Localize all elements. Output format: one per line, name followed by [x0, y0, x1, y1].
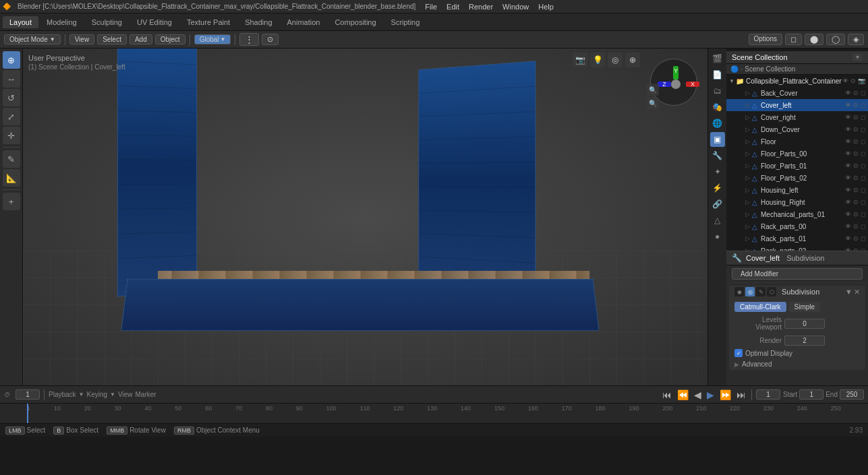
- cam-icon[interactable]: ⊙: [853, 187, 859, 193]
- modifier-props-icon[interactable]: 🔧: [710, 148, 725, 163]
- menu-render[interactable]: Render: [465, 2, 497, 11]
- render-icon-0[interactable]: 📷: [858, 77, 865, 84]
- sel-icon[interactable]: ◻: [861, 175, 865, 181]
- transform-tool[interactable]: ✛: [3, 127, 20, 144]
- outliner-filter-btn[interactable]: ▼: [852, 53, 863, 61]
- frame-bar[interactable]: 1 10 20 30 40 50 60 70 80 90 100 110 120…: [0, 403, 868, 423]
- outliner-item-back-cover[interactable]: ▷ △ Back_Cover 👁 ⊙ ◻: [726, 87, 868, 99]
- modifier-edit-icon[interactable]: ✎: [756, 287, 765, 296]
- next-keyframe-btn[interactable]: ⏩: [718, 389, 732, 400]
- cursor-tool[interactable]: ⊕: [3, 51, 20, 69]
- modifier-close-icon[interactable]: ✕: [854, 288, 860, 296]
- tab-animation[interactable]: Animation: [281, 16, 327, 28]
- snap-btn[interactable]: ⋮: [239, 33, 259, 46]
- eye-icon[interactable]: 👁: [845, 235, 851, 242]
- advanced-row[interactable]: ▶ Advanced: [729, 358, 865, 370]
- modifier-render-icon[interactable]: ◎: [745, 287, 755, 296]
- viewport-display-icon[interactable]: ◎: [608, 53, 623, 67]
- cam-icon[interactable]: ⊙: [853, 90, 859, 96]
- render-value[interactable]: 2: [784, 336, 825, 346]
- select-btn[interactable]: Select: [97, 34, 127, 44]
- rotate-tool[interactable]: ↺: [3, 89, 20, 106]
- eye-icon-0[interactable]: 👁: [842, 77, 848, 84]
- object-btn[interactable]: Object: [155, 34, 185, 44]
- viewport-camera-icon[interactable]: 📷: [573, 53, 587, 67]
- viewport-shading-rendered[interactable]: ◈: [848, 34, 864, 45]
- levels-viewport-value[interactable]: 0: [784, 319, 825, 329]
- view-layer-icon[interactable]: 🗂: [710, 84, 725, 98]
- eye-icon[interactable]: 👁: [845, 150, 851, 157]
- cam-icon[interactable]: ⊙: [853, 223, 859, 230]
- cam-icon[interactable]: ⊙: [853, 211, 859, 218]
- menu-help[interactable]: Help: [534, 2, 558, 11]
- sel-icon[interactable]: ◻: [861, 114, 865, 121]
- add-btn[interactable]: Add: [129, 34, 152, 44]
- tab-layout[interactable]: Layout: [3, 16, 38, 28]
- add-modifier-button[interactable]: Add Modifier: [732, 268, 863, 280]
- select-icon-0[interactable]: ⊙: [850, 77, 856, 84]
- zoom-in-icon[interactable]: 🔍: [647, 84, 659, 96]
- world-props-icon[interactable]: 🌐: [710, 116, 725, 131]
- data-props-icon[interactable]: △: [710, 213, 725, 228]
- sel-icon[interactable]: ◻: [861, 211, 865, 218]
- outliner-item-housing-left[interactable]: ▷ △ Housing_left 👁 ⊙ ◻: [726, 184, 868, 196]
- outliner-item-rack-parts-00[interactable]: ▷ △ Rack_parts_00 👁 ⊙ ◻: [726, 220, 868, 232]
- jump-start-btn[interactable]: ⏮: [661, 389, 673, 400]
- outliner-item-floor[interactable]: ▷ △ Floor 👁 ⊙ ◻: [726, 135, 868, 148]
- viewport-shading-material[interactable]: ◯: [826, 34, 845, 45]
- play-btn[interactable]: ▶: [705, 389, 716, 400]
- scene-props-icon[interactable]: 🎭: [710, 100, 725, 115]
- outliner-item-rack-parts-02[interactable]: ▷ △ Rack_parts_02 👁 ⊙ ◻: [726, 245, 868, 251]
- eye-icon[interactable]: 👁: [845, 187, 851, 193]
- viewport-shading-wire[interactable]: ◻: [785, 34, 802, 45]
- measure-tool[interactable]: 📐: [3, 169, 20, 187]
- play-reverse-btn[interactable]: ◀: [693, 389, 703, 400]
- eye-icon[interactable]: 👁: [845, 138, 851, 145]
- catmull-clark-button[interactable]: Catmull-Clark: [734, 302, 786, 312]
- viewport-shading-solid[interactable]: ⬤: [805, 34, 823, 45]
- gizmo-z-axis[interactable]: Z: [658, 82, 671, 87]
- current-frame-field[interactable]: 1: [16, 389, 40, 400]
- gizmo-y-axis[interactable]: Y: [673, 66, 678, 80]
- outliner-item-floor-parts-01[interactable]: ▷ △ Floor_Parts_01 👁 ⊙ ◻: [726, 160, 868, 172]
- end-frame-field[interactable]: 250: [840, 389, 864, 400]
- prev-keyframe-btn[interactable]: ⏪: [676, 389, 690, 400]
- outliner-item-cover-left[interactable]: ▷ △ Cover_left 👁 ⊙ ◻: [726, 99, 868, 111]
- cam-icon[interactable]: ⊙: [853, 114, 859, 121]
- outliner-item-rack-parts-01[interactable]: ▷ △ Rack_parts_01 👁 ⊙ ◻: [726, 232, 868, 245]
- tab-compositing[interactable]: Compositing: [328, 16, 382, 28]
- outliner-item-down-cover[interactable]: ▷ △ Down_Cover 👁 ⊙ ◻: [726, 123, 868, 135]
- eye-icon[interactable]: 👁: [845, 126, 851, 133]
- viewport-light-icon[interactable]: 💡: [590, 53, 605, 67]
- modifier-cage-icon[interactable]: ⬡: [767, 287, 776, 296]
- outliner-item-housing-right[interactable]: ▷ △ Housing_Right 👁 ⊙ ◻: [726, 196, 868, 208]
- move-tool[interactable]: ↔: [3, 70, 20, 88]
- sel-icon[interactable]: ◻: [861, 235, 865, 242]
- sel-icon[interactable]: ◻: [861, 126, 865, 133]
- sel-icon[interactable]: ◻: [861, 199, 865, 205]
- eye-icon[interactable]: 👁: [845, 223, 851, 230]
- constraints-props-icon[interactable]: 🔗: [710, 197, 725, 212]
- tab-uv-editing[interactable]: UV Editing: [130, 16, 179, 28]
- outliner-item-floor-parts-02[interactable]: ▷ △ Floor_Parts_02 👁 ⊙ ◻: [726, 172, 868, 184]
- cam-icon[interactable]: ⊙: [853, 102, 859, 108]
- object-props-icon[interactable]: ▣: [710, 132, 725, 147]
- eye-icon[interactable]: 👁: [845, 102, 851, 108]
- object-mode-btn[interactable]: Object Mode ▼: [4, 34, 61, 44]
- material-props-icon[interactable]: ●: [710, 229, 725, 244]
- menu-window[interactable]: Window: [498, 2, 533, 11]
- sel-icon[interactable]: ◻: [861, 162, 865, 169]
- output-props-icon[interactable]: 📄: [710, 67, 725, 82]
- cam-icon[interactable]: ⊙: [853, 199, 859, 205]
- cam-icon[interactable]: ⊙: [853, 126, 859, 133]
- sel-icon[interactable]: ◻: [861, 187, 865, 193]
- eye-icon[interactable]: 👁: [845, 114, 851, 121]
- outliner-item-floor-parts-00[interactable]: ▷ △ Floor_Parts_00 👁 ⊙ ◻: [726, 148, 868, 160]
- tab-texture-paint[interactable]: Texture Paint: [180, 16, 237, 28]
- outliner-item-cover-right[interactable]: ▷ △ Cover_right 👁 ⊙ ◻: [726, 111, 868, 123]
- eye-icon[interactable]: 👁: [845, 199, 851, 205]
- cam-icon[interactable]: ⊙: [853, 162, 859, 169]
- keying-label[interactable]: Keying: [87, 391, 108, 398]
- tab-modeling[interactable]: Modeling: [40, 16, 84, 28]
- cam-icon[interactable]: ⊙: [853, 150, 859, 157]
